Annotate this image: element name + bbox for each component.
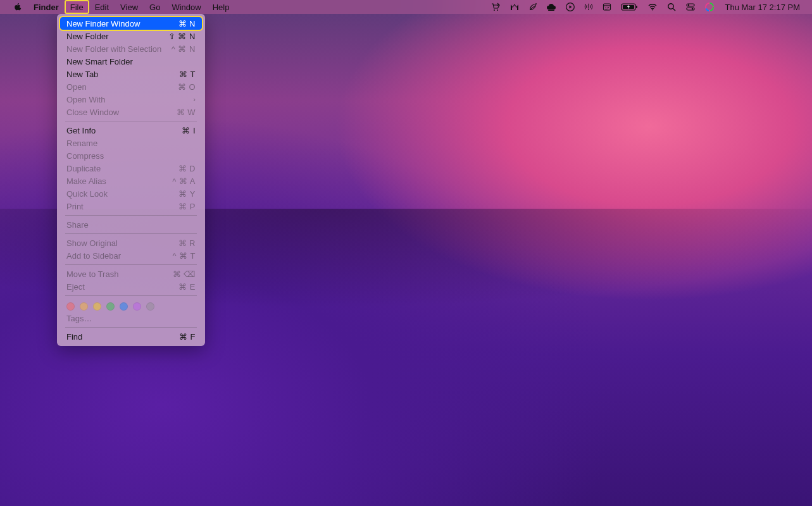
menu-item-eject: Eject⌘ E xyxy=(60,280,202,293)
menu-help[interactable]: Help xyxy=(207,0,235,14)
status-malwarebytes-icon[interactable] xyxy=(505,0,524,14)
control-center-icon xyxy=(685,2,696,12)
menu-item-compress: Compress xyxy=(60,149,202,162)
menu-file[interactable]: File xyxy=(65,0,89,14)
status-cloud-app-icon[interactable] xyxy=(542,0,561,14)
broadcast-icon xyxy=(584,3,593,11)
status-broadcast-icon[interactable] xyxy=(580,0,597,14)
status-leaf-icon[interactable] xyxy=(524,0,542,14)
menu-item-quick-look: Quick Look⌘ Y xyxy=(60,187,202,200)
tag-color-dot[interactable] xyxy=(106,302,115,311)
app-name[interactable]: Finder xyxy=(28,0,65,14)
menu-separator xyxy=(65,295,197,296)
menu-item-shortcut: ⌘ P xyxy=(178,202,196,211)
search-icon xyxy=(666,2,677,12)
menu-item-close-window: Close Window⌘ W xyxy=(60,106,202,118)
menu-item-make-alias: Make Alias^ ⌘ A xyxy=(60,175,202,187)
tag-color-dot[interactable] xyxy=(133,302,141,311)
status-siri-icon[interactable] xyxy=(700,0,719,14)
svg-point-11 xyxy=(668,4,673,9)
menu-item-new-folder[interactable]: New Folder⇧ ⌘ N xyxy=(60,30,202,42)
menu-item-shortcut: ⌘ R xyxy=(178,238,196,248)
menubar: Finder File Edit View Go Window Help 17 … xyxy=(0,0,812,14)
svg-point-15 xyxy=(691,8,692,9)
menu-item-label: New Folder xyxy=(66,32,108,41)
svg-rect-2 xyxy=(548,10,554,11)
menu-item-label: Compress xyxy=(66,151,104,161)
svg-point-13 xyxy=(687,4,689,6)
menu-go[interactable]: Go xyxy=(144,0,166,14)
status-calendar-icon[interactable]: 17 xyxy=(597,0,616,14)
menu-item-rename: Rename xyxy=(60,137,202,149)
menu-item-label: Print xyxy=(66,202,84,211)
tag-color-dot[interactable] xyxy=(120,302,128,311)
menu-item-shortcut: ⌘ W xyxy=(177,108,196,117)
menu-item-open-with: Open With› xyxy=(60,93,202,106)
menu-item-label: Open With xyxy=(66,95,105,104)
menu-item-shortcut: ^ ⌘ A xyxy=(172,176,196,186)
menu-item-label: New Finder Window xyxy=(66,19,140,28)
menu-item-label: Tags… xyxy=(66,314,92,323)
menu-item-shortcut: ⌘ T xyxy=(179,70,196,79)
svg-point-1 xyxy=(497,9,498,11)
menu-separator xyxy=(65,327,197,328)
play-circle-icon xyxy=(565,2,575,12)
file-menu-dropdown: New Finder Window⌘ NNew Folder⇧ ⌘ NNew F… xyxy=(57,14,205,346)
menu-item-new-finder-window[interactable]: New Finder Window⌘ N xyxy=(60,17,202,30)
menu-item-print: Print⌘ P xyxy=(60,200,202,213)
svg-text:17: 17 xyxy=(604,6,609,10)
menu-item-label: Add to Sidebar xyxy=(66,251,121,261)
menu-item-move-to-trash: Move to Trash⌘ ⌫ xyxy=(60,268,202,280)
svg-point-0 xyxy=(494,9,495,11)
leaf-icon xyxy=(528,3,537,11)
status-control-center-icon[interactable] xyxy=(681,0,700,14)
apple-menu[interactable] xyxy=(8,0,28,14)
status-unknown-app-icon[interactable] xyxy=(486,0,505,14)
menu-window[interactable]: Window xyxy=(166,0,206,14)
menu-item-label: Open xyxy=(66,82,87,92)
malwarebytes-icon xyxy=(509,2,520,12)
menu-item-label: Get Info xyxy=(66,126,96,135)
status-play-circle-icon[interactable] xyxy=(561,0,580,14)
chevron-right-icon: › xyxy=(193,96,196,103)
tag-color-dot[interactable] xyxy=(93,302,101,311)
menu-item-shortcut: ⌘ O xyxy=(178,82,196,92)
menu-item-shortcut: ⌘ I xyxy=(182,126,196,135)
menu-item-new-tab[interactable]: New Tab⌘ T xyxy=(60,68,202,80)
menu-item-get-info[interactable]: Get Info⌘ I xyxy=(60,124,202,137)
menu-edit[interactable]: Edit xyxy=(89,0,115,14)
menu-item-shortcut: ^ ⌘ T xyxy=(172,251,196,261)
menu-item-shortcut: ⌘ N xyxy=(178,19,196,28)
tag-color-dot[interactable] xyxy=(146,302,154,311)
menu-item-label: Duplicate xyxy=(66,164,101,173)
menu-item-label: New Smart Folder xyxy=(66,57,133,66)
menu-item-new-smart-folder[interactable]: New Smart Folder xyxy=(60,55,202,68)
status-spotlight-icon[interactable] xyxy=(662,0,681,14)
menu-separator xyxy=(65,215,197,216)
status-battery-icon[interactable] xyxy=(616,0,643,14)
menu-item-label: Quick Look xyxy=(66,189,108,199)
menu-item-label: Close Window xyxy=(66,108,119,117)
tag-color-dot[interactable] xyxy=(66,302,75,311)
menu-item-shortcut: ^ ⌘ N xyxy=(172,44,196,54)
status-wifi-icon[interactable] xyxy=(643,0,662,14)
menubar-clock[interactable]: Thu Mar 17 2:17 PM xyxy=(719,0,805,14)
menu-separator xyxy=(65,233,197,234)
menu-item-label: Make Alias xyxy=(66,176,106,186)
menu-item-label: Share xyxy=(66,220,89,230)
menu-item-tags: Tags… xyxy=(60,312,202,324)
menu-item-shortcut: ⇧ ⌘ N xyxy=(168,32,196,41)
svg-point-10 xyxy=(652,9,653,11)
menu-item-shortcut: ⌘ D xyxy=(178,164,196,173)
menu-item-shortcut: ⌘ ⌫ xyxy=(173,269,196,279)
cloud-stack-icon xyxy=(546,2,556,12)
tag-color-dot[interactable] xyxy=(80,302,88,311)
menu-item-label: Rename xyxy=(66,139,97,148)
calendar-icon: 17 xyxy=(602,2,612,12)
menu-item-label: Move to Trash xyxy=(66,269,118,279)
menu-item-label: New Folder with Selection xyxy=(66,44,161,54)
menu-view[interactable]: View xyxy=(115,0,144,14)
menu-item-duplicate: Duplicate⌘ D xyxy=(60,162,202,175)
menu-item-find[interactable]: Find⌘ F xyxy=(60,330,202,343)
menu-separator xyxy=(65,121,197,121)
